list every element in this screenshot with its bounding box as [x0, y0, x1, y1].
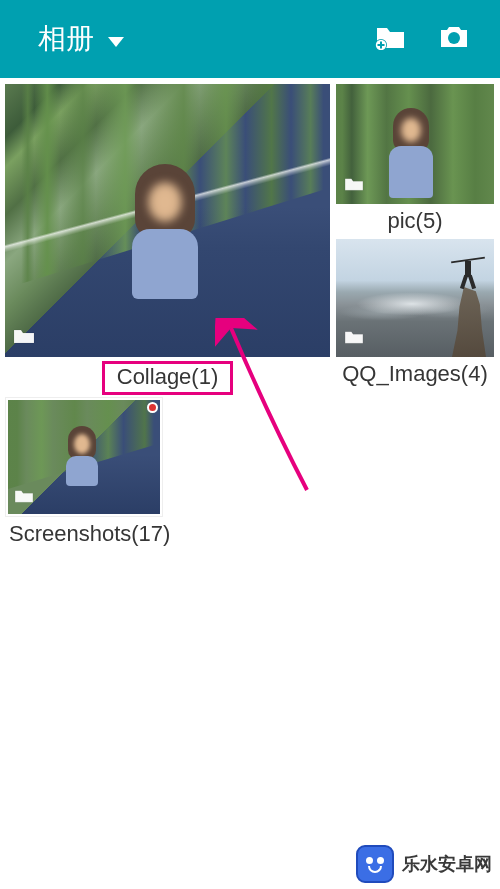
- album-screenshots[interactable]: Screenshots(17): [5, 397, 163, 547]
- dropdown-arrow-icon[interactable]: [108, 37, 124, 47]
- album-pic[interactable]: pic(5): [336, 84, 494, 234]
- album-thumbnail-screenshots[interactable]: [5, 397, 163, 517]
- album-thumbnail-collage[interactable]: [5, 84, 330, 357]
- app-header: 相册: [0, 0, 500, 78]
- folder-icon: [344, 176, 364, 196]
- mascot-icon: [356, 845, 394, 883]
- header-title[interactable]: 相册: [38, 20, 94, 58]
- svg-rect-3: [378, 44, 385, 46]
- watermark: 乐水安卓网: [356, 845, 492, 883]
- svg-point-4: [448, 32, 460, 44]
- folder-icon: [344, 329, 364, 349]
- album-label-screenshots: Screenshots(17): [5, 521, 163, 547]
- folder-icon: [13, 327, 35, 349]
- watermark-text: 乐水安卓网: [402, 852, 492, 876]
- notification-dot-icon: [147, 402, 158, 413]
- folder-icon: [14, 488, 34, 508]
- album-label-pic: pic(5): [336, 208, 494, 234]
- album-label-collage: Collage(1): [102, 361, 234, 395]
- album-thumbnail-qq[interactable]: [336, 239, 494, 357]
- camera-icon[interactable]: [438, 24, 470, 54]
- gallery-grid: Collage(1) pic(5): [0, 78, 500, 553]
- album-label-qq: QQ_Images(4): [336, 361, 494, 387]
- album-thumbnail-pic[interactable]: [336, 84, 494, 204]
- album-collage[interactable]: Collage(1): [5, 84, 330, 395]
- new-folder-icon[interactable]: [375, 24, 406, 54]
- album-qq-images[interactable]: QQ_Images(4): [336, 239, 494, 387]
